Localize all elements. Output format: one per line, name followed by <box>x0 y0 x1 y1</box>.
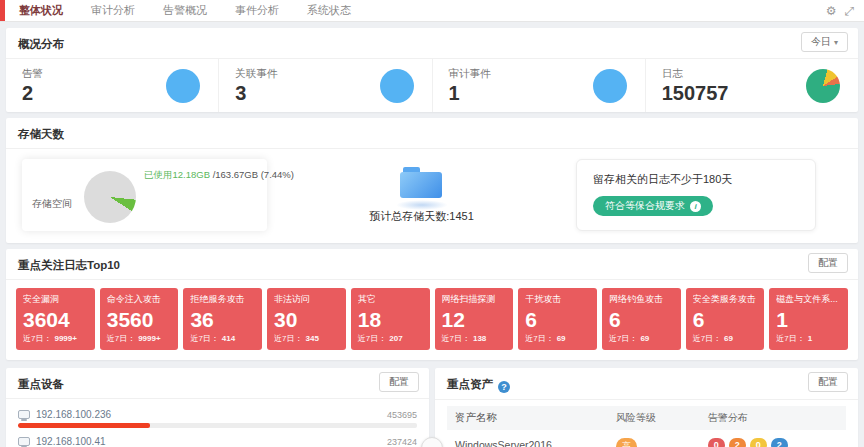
recent-value: 69 <box>640 334 649 343</box>
col-header-name: 资产名称 <box>455 411 616 425</box>
period-dropdown[interactable]: 今日▾ <box>801 32 848 52</box>
monitor-icon <box>18 410 30 419</box>
device-bar <box>18 423 417 428</box>
device-row[interactable]: 192.168.100.41 237424 <box>18 430 417 447</box>
expand-icon[interactable]: ⤢ <box>844 4 854 18</box>
log-card-name: 命令注入攻击 <box>107 293 172 306</box>
log-card-value: 1 <box>776 309 841 331</box>
stat-audit-events[interactable]: 审计事件 1 <box>433 59 646 112</box>
stat-label: 告警 <box>22 67 43 81</box>
recent-value: 414 <box>222 334 235 343</box>
log-card-value: 12 <box>442 309 507 331</box>
storage-used-text: 已使用12.18GB <box>144 169 210 180</box>
log-card[interactable]: 拒绝服务攻击 36 近7日：414 <box>183 288 262 350</box>
log-card[interactable]: 非法访问 30 近7日：345 <box>267 288 346 350</box>
log-card[interactable]: 安全漏洞 3604 近7日：9999+ <box>16 288 95 350</box>
recent-value: 69 <box>557 334 566 343</box>
device-ip: 192.168.100.41 <box>36 436 387 447</box>
assets-section: 重点资产? 配置 资产名称 风险等级 告警分布 WindowsServer201… <box>435 368 858 447</box>
log-card[interactable]: 网络钓鱼攻击 6 近7日：69 <box>602 288 681 350</box>
events-circle-icon <box>380 69 414 103</box>
storage-total-text: /163.67GB (7.44%) <box>210 169 294 180</box>
devices-section: 重点设备 配置 192.168.100.236 453695 192.168.1… <box>6 368 429 447</box>
log-card-value: 30 <box>274 309 339 331</box>
compliance-badge-label: 符合等保合规要求 <box>605 199 685 213</box>
log-card-name: 安全类服务攻击 <box>693 293 758 306</box>
log-card[interactable]: 安全类服务攻击 6 近7日：69 <box>686 288 765 350</box>
log-card-value: 18 <box>358 309 423 331</box>
recent-label: 近7日： <box>442 334 470 343</box>
help-icon[interactable]: ? <box>498 381 510 393</box>
stat-correlated-events[interactable]: 关联事件 3 <box>219 59 432 112</box>
log-card-value: 6 <box>525 309 590 331</box>
stat-value: 3 <box>235 83 277 104</box>
log-card-name: 安全漏洞 <box>23 293 88 306</box>
stat-label: 日志 <box>662 67 729 81</box>
log-card-name: 网络扫描探测 <box>442 293 507 306</box>
devices-title: 重点设备 <box>18 378 64 390</box>
tab-event-analysis[interactable]: 事件分析 <box>221 0 293 21</box>
top-logs-title: 重点关注日志Top10 <box>18 259 120 271</box>
col-header-risk: 风险等级 <box>616 411 708 425</box>
top-logs-section: 重点关注日志Top10 配置 安全漏洞 3604 近7日：9999+ 命令注入攻… <box>6 249 858 360</box>
alert-badge-medium: 0 <box>750 438 767 447</box>
device-row[interactable]: 192.168.100.236 453695 <box>18 403 417 430</box>
log-card[interactable]: 命令注入攻击 3560 近7日：9999+ <box>100 288 179 350</box>
storage-title: 存储天数 <box>18 128 64 140</box>
info-icon: i <box>690 201 701 212</box>
device-count: 453695 <box>387 410 417 420</box>
device-ip: 192.168.100.236 <box>36 409 387 420</box>
stat-alerts[interactable]: 告警 2 <box>6 59 219 112</box>
gear-icon[interactable]: ⚙ <box>826 4 837 18</box>
asset-table-header: 资产名称 风险等级 告警分布 <box>447 406 846 430</box>
storage-space-label: 存储空间 <box>32 197 72 211</box>
compliance-note-text: 留存相关的日志不少于180天 <box>593 172 799 187</box>
log-card-name: 网络钓鱼攻击 <box>609 293 674 306</box>
log-card-name: 非法访问 <box>274 293 339 306</box>
recent-label: 近7日： <box>274 334 302 343</box>
recent-label: 近7日： <box>776 334 804 343</box>
recent-label: 近7日： <box>358 334 386 343</box>
compliance-badge-button[interactable]: 符合等保合规要求 i <box>593 196 713 216</box>
asset-row[interactable]: WindowsServer2016 高 0 2 0 2 <box>447 430 846 447</box>
log-card[interactable]: 磁盘与文件系... 1 近7日：1 <box>769 288 848 350</box>
log-card-name: 磁盘与文件系... <box>776 293 841 306</box>
overview-title: 概况分布 <box>18 38 64 50</box>
storage-section: 存储天数 存储空间 已使用12.18GB /163.67GB (7.44%) 预… <box>6 118 858 243</box>
log-card[interactable]: 其它 18 近7日：207 <box>351 288 430 350</box>
tab-alert-overview[interactable]: 告警概况 <box>149 0 221 21</box>
risk-badge: 高 <box>616 438 637 447</box>
top-logs-config-button[interactable]: 配置 <box>808 253 848 273</box>
asset-name: WindowsServer2016 <box>455 439 616 447</box>
col-header-alerts: 告警分布 <box>708 411 838 425</box>
log-card[interactable]: 干扰攻击 6 近7日：69 <box>518 288 597 350</box>
storage-space-card: 存储空间 已使用12.18GB /163.67GB (7.44%) <box>22 159 267 231</box>
recent-value: 69 <box>724 334 733 343</box>
alert-badge-high: 2 <box>729 438 746 447</box>
caret-down-icon: ▾ <box>834 38 838 47</box>
recent-label: 近7日： <box>23 334 51 343</box>
device-count: 237424 <box>387 437 417 447</box>
recent-value: 1 <box>808 334 812 343</box>
assets-config-button[interactable]: 配置 <box>808 372 848 392</box>
storage-days-text: 预计总存储天数:1451 <box>369 209 474 224</box>
log-card-name: 干扰攻击 <box>525 293 590 306</box>
devices-config-button[interactable]: 配置 <box>379 372 419 392</box>
tab-system-status[interactable]: 系统状态 <box>293 0 365 21</box>
recent-label: 近7日： <box>525 334 553 343</box>
log-card-value: 6 <box>693 309 758 331</box>
log-card-value: 3604 <box>23 309 88 331</box>
compliance-note-card: 留存相关的日志不少于180天 符合等保合规要求 i <box>576 159 816 231</box>
log-card-value: 36 <box>190 309 255 331</box>
storage-pie-chart <box>84 171 136 223</box>
assets-title: 重点资产 <box>447 378 493 390</box>
tab-audit-analysis[interactable]: 审计分析 <box>77 0 149 21</box>
recent-value: 138 <box>473 334 486 343</box>
alert-badge-low: 2 <box>771 438 788 447</box>
monitor-icon <box>18 437 30 446</box>
stat-value: 2 <box>22 83 43 104</box>
log-card[interactable]: 网络扫描探测 12 近7日：138 <box>435 288 514 350</box>
tab-overall-status[interactable]: 整体状况 <box>5 0 77 21</box>
log-card-value: 6 <box>609 309 674 331</box>
stat-logs[interactable]: 日志 150757 <box>646 59 858 112</box>
